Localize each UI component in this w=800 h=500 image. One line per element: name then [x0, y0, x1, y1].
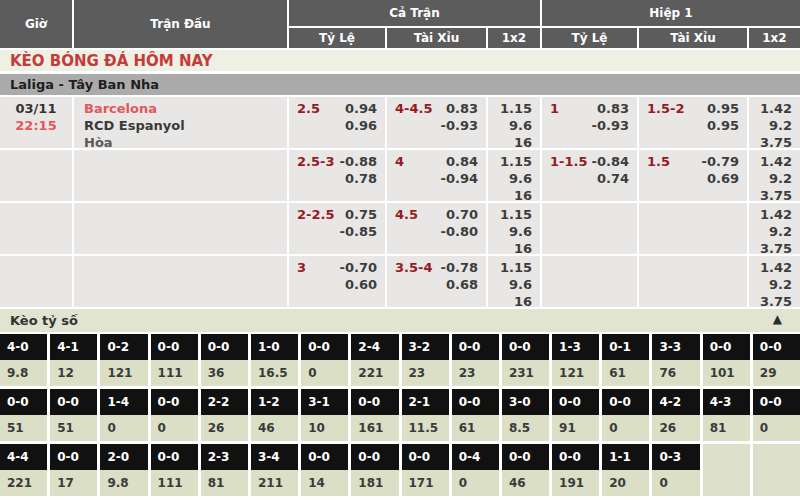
score-label: 0-4: [452, 444, 499, 470]
h1-overunder-odds[interactable]: 1.5-0.790.69: [639, 150, 747, 201]
score-odds-cell[interactable]: 0-0101: [703, 334, 750, 386]
h1-1x2-odds[interactable]: 1.429.23.75: [749, 150, 800, 201]
score-label: 3-2: [402, 334, 449, 360]
h1-handicap-odds[interactable]: 1-1.5-0.840.74: [542, 150, 637, 201]
score-odds-cell[interactable]: 0-00: [602, 389, 649, 441]
score-odds-cell[interactable]: 3-376: [652, 334, 699, 386]
ft-1x2-odds[interactable]: 1.159.616: [488, 150, 540, 201]
score-odds-cell[interactable]: 0-00: [753, 389, 800, 441]
score-label: 0-2: [100, 334, 147, 360]
header-h1-1x2: 1x2: [749, 28, 800, 48]
score-odds-cell[interactable]: 2-381: [201, 444, 248, 496]
score-label: 0-0: [602, 389, 649, 415]
score-odds-cell[interactable]: 0-0171: [402, 444, 449, 496]
score-odds-cell[interactable]: 3-110: [301, 389, 348, 441]
ft-overunder-odds[interactable]: 4-4.50.83-0.93: [387, 97, 486, 148]
score-odds-cell[interactable]: 2-111.5: [402, 389, 449, 441]
score-odds-cell[interactable]: 0-046: [502, 444, 549, 496]
score-odds-cell[interactable]: 2-226: [201, 389, 248, 441]
score-odds-cell[interactable]: 0-036: [201, 334, 248, 386]
score-odds-cell[interactable]: 3-223: [402, 334, 449, 386]
odds-value: 0.74: [597, 170, 629, 187]
ft-handicap-odds[interactable]: 2.5-3-0.880.78: [289, 150, 385, 201]
h1-handicap-odds[interactable]: 10.83-0.93: [542, 97, 637, 148]
h1-overunder-odds[interactable]: 1.5-20.950.95: [639, 97, 747, 148]
score-odds-cell[interactable]: 1-120: [602, 444, 649, 496]
score-odds-cell[interactable]: 0-0161: [351, 389, 398, 441]
odds-value: 9.2: [769, 276, 792, 293]
score-odds-value: 14: [301, 470, 348, 496]
score-label: 4-4: [0, 444, 47, 470]
score-odds-cell[interactable]: 4-381: [703, 389, 750, 441]
score-odds-value: 16.5: [251, 360, 298, 386]
score-odds-cell[interactable]: 3-4211: [251, 444, 298, 496]
score-odds-cell[interactable]: 0-051: [0, 389, 47, 441]
odds-value: 16: [514, 134, 532, 148]
match-date: 03/11: [0, 100, 72, 117]
odds-value: 0.69: [707, 170, 739, 187]
ft-handicap-odds[interactable]: 3-0.700.60: [289, 256, 385, 307]
ft-1x2-odds[interactable]: 1.159.616: [488, 256, 540, 307]
score-odds-cell[interactable]: 0-0191: [552, 444, 599, 496]
score-odds-value: 111: [151, 360, 198, 386]
ft-handicap-odds[interactable]: 2.50.940.96: [289, 97, 385, 148]
header-time: Giờ: [0, 0, 72, 48]
handicap-line: 4: [395, 153, 404, 170]
score-odds-cell[interactable]: 2-09.8: [100, 444, 147, 496]
score-odds-cell[interactable]: 3-08.5: [502, 389, 549, 441]
ft-overunder-odds[interactable]: 4.50.70-0.80: [387, 203, 486, 254]
score-odds-cell[interactable]: 0-30: [652, 444, 699, 496]
score-odds-cell[interactable]: 0-091: [552, 389, 599, 441]
odds-value: 0.84: [446, 153, 478, 170]
score-odds-cell[interactable]: 1-3121: [552, 334, 599, 386]
score-odds-cell[interactable]: 0-161: [602, 334, 649, 386]
h1-1x2-odds[interactable]: 1.429.23.75: [749, 97, 800, 148]
handicap-line: 3.5-4: [395, 259, 432, 276]
ft-1x2-odds[interactable]: 1.159.616: [488, 203, 540, 254]
score-odds-cell[interactable]: 0-0231: [502, 334, 549, 386]
score-odds-cell[interactable]: 4-226: [652, 389, 699, 441]
scroll-top-icon[interactable]: ▲: [773, 312, 782, 326]
header-firsthalf: Hiệp 1: [542, 0, 800, 26]
score-odds-cell[interactable]: 0-0181: [351, 444, 398, 496]
score-label: 0-0: [0, 389, 47, 415]
score-odds-value: 11.5: [402, 415, 449, 441]
score-odds-value: 76: [652, 360, 699, 386]
score-odds-cell[interactable]: 0-051: [50, 389, 97, 441]
score-odds-value: 101: [703, 360, 750, 386]
score-odds-cell[interactable]: 1-40: [100, 389, 147, 441]
odds-value: 9.2: [769, 170, 792, 187]
ft-overunder-odds[interactable]: 3.5-4-0.780.68: [387, 256, 486, 307]
score-odds-cell[interactable]: 0-029: [753, 334, 800, 386]
score-odds-value: 0: [301, 360, 348, 386]
score-odds-cell[interactable]: 0-2121: [100, 334, 147, 386]
score-odds-cell[interactable]: 4-09.8: [0, 334, 47, 386]
score-label: 0-0: [301, 444, 348, 470]
ft-1x2-odds[interactable]: 1.159.616: [488, 97, 540, 148]
ft-overunder-odds[interactable]: 40.84-0.94: [387, 150, 486, 201]
h1-1x2-odds[interactable]: 1.429.23.75: [749, 203, 800, 254]
score-odds-cell[interactable]: 0-061: [452, 389, 499, 441]
score-label: 1-4: [100, 389, 147, 415]
score-odds-cell[interactable]: 1-016.5: [251, 334, 298, 386]
score-odds-cell[interactable]: 4-4221: [0, 444, 47, 496]
score-label: 0-0: [452, 389, 499, 415]
odds-value: 0.75: [345, 206, 377, 223]
score-label: 0-1: [602, 334, 649, 360]
ft-handicap-odds[interactable]: 2-2.50.75-0.85: [289, 203, 385, 254]
odds-value: 16: [514, 293, 532, 307]
score-odds-cell[interactable]: 0-0111: [151, 444, 198, 496]
h1-1x2-odds[interactable]: 1.429.23.75: [749, 256, 800, 307]
score-odds-cell[interactable]: 0-00: [301, 334, 348, 386]
score-odds-cell[interactable]: 0-023: [452, 334, 499, 386]
score-odds-cell[interactable]: 2-4221: [351, 334, 398, 386]
score-odds-cell[interactable]: 0-00: [151, 389, 198, 441]
score-odds-cell[interactable]: 1-246: [251, 389, 298, 441]
score-odds-value: 211: [251, 470, 298, 496]
score-odds-cell[interactable]: 0-40: [452, 444, 499, 496]
score-odds-cell[interactable]: 0-0111: [151, 334, 198, 386]
score-odds-cell[interactable]: 0-017: [50, 444, 97, 496]
score-odds-value: [703, 470, 750, 496]
score-odds-cell[interactable]: 0-014: [301, 444, 348, 496]
score-odds-cell[interactable]: 4-112: [50, 334, 97, 386]
